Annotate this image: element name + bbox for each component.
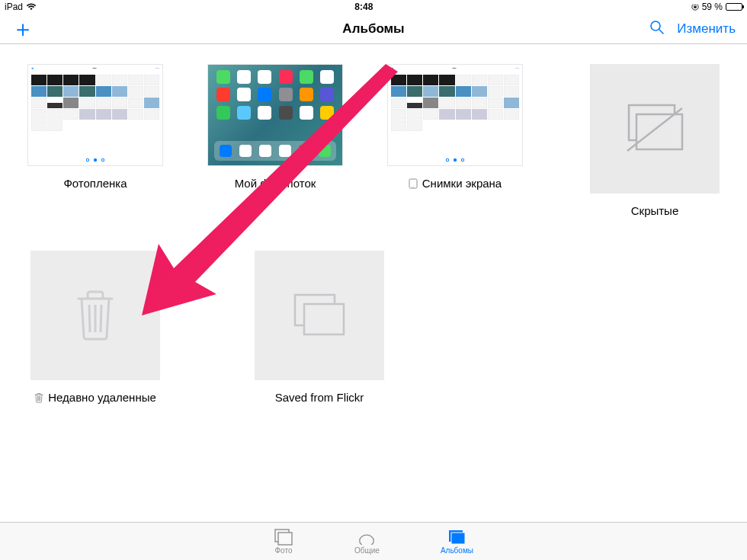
album-thumbnail (207, 64, 343, 166)
tab-label: Фото (275, 546, 293, 555)
albums-tab-icon (447, 529, 466, 546)
album-thumbnail (30, 251, 160, 380)
search-icon (649, 20, 665, 35)
album-saved-flickr[interactable]: Saved from Flickr (252, 251, 387, 404)
tab-photos[interactable]: Фото (274, 529, 293, 555)
orientation-lock-icon (691, 3, 699, 11)
tab-albums[interactable]: Альбомы (441, 529, 473, 555)
album-label: Фотопленка (63, 177, 127, 190)
tab-label: Альбомы (441, 546, 473, 555)
status-right: 59 % (691, 2, 742, 12)
album-label: Недавно удаленные (48, 391, 156, 404)
album-label: Мой фотопоток (235, 177, 316, 190)
edit-button[interactable]: Изменить (677, 21, 736, 37)
device-icon (409, 178, 418, 189)
svg-rect-7 (636, 114, 682, 149)
album-screenshots[interactable]: ◂—⋯ Снимки экрана (387, 64, 523, 217)
device-label: iPad (5, 2, 23, 12)
album-label: Saved from Flickr (275, 391, 364, 404)
album-thumbnail (590, 64, 720, 194)
status-time: 8:48 (354, 2, 373, 12)
album-thumbnail (255, 251, 384, 380)
stack-placeholder-icon (292, 293, 347, 338)
status-bar: iPad 8:48 59 % (0, 0, 747, 14)
svg-line-9 (89, 305, 90, 332)
trash-placeholder-icon (74, 290, 117, 341)
nav-title: Альбомы (342, 21, 404, 37)
album-label: Скрытые (631, 204, 679, 217)
tab-label: Общие (354, 546, 380, 555)
wifi-icon (26, 3, 37, 11)
tab-bar: Фото Общие Альбомы (0, 522, 747, 560)
album-photostream[interactable]: Мой фотопоток (207, 64, 343, 217)
svg-line-11 (101, 305, 101, 332)
svg-rect-18 (451, 533, 465, 544)
shared-tab-icon (357, 529, 377, 546)
search-button[interactable] (649, 20, 665, 38)
status-left: iPad (5, 2, 37, 12)
albums-content: ◂—⋯ Фотопленка (0, 44, 747, 522)
svg-rect-13 (304, 304, 344, 334)
nav-bar: ＋ Альбомы Изменить (0, 14, 747, 44)
photos-tab-icon (274, 529, 293, 546)
album-hidden[interactable]: Скрытые (590, 64, 720, 217)
albums-grid: ◂—⋯ Фотопленка (27, 64, 720, 404)
album-camera-roll[interactable]: ◂—⋯ Фотопленка (27, 64, 163, 217)
album-thumbnail: ◂—⋯ (27, 64, 163, 166)
battery-percent: 59 % (702, 2, 723, 12)
svg-rect-16 (278, 533, 292, 545)
album-thumbnail: ◂—⋯ (387, 64, 523, 166)
album-label: Снимки экрана (422, 177, 502, 190)
album-recently-deleted[interactable]: Недавно удаленные (27, 251, 163, 404)
tab-shared[interactable]: Общие (354, 529, 380, 555)
trash-icon (34, 392, 43, 403)
battery-icon (726, 3, 742, 11)
svg-point-5 (412, 186, 413, 187)
svg-rect-1 (694, 6, 696, 8)
svg-point-2 (651, 21, 660, 30)
add-album-button[interactable]: ＋ (11, 18, 34, 40)
hidden-placeholder-icon (623, 104, 687, 154)
svg-line-3 (659, 30, 663, 34)
